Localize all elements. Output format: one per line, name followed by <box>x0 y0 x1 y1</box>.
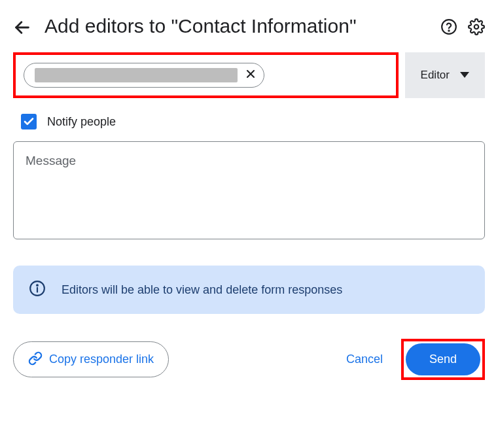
info-icon <box>29 280 46 300</box>
copy-responder-link-button[interactable]: Copy responder link <box>13 341 169 377</box>
person-chip[interactable] <box>24 63 264 88</box>
notify-people-label: Notify people <box>47 115 116 129</box>
remove-chip-icon[interactable] <box>244 67 257 83</box>
copy-link-label: Copy responder link <box>49 353 154 366</box>
svg-point-2 <box>448 30 449 31</box>
cancel-button[interactable]: Cancel <box>334 343 395 375</box>
message-placeholder: Message <box>26 154 76 167</box>
info-banner-text: Editors will be able to view and delete … <box>62 283 342 297</box>
link-icon <box>28 351 43 368</box>
dialog-title: Add editors to "Contact Information" <box>44 13 427 39</box>
send-button[interactable]: Send <box>406 343 480 375</box>
svg-marker-6 <box>460 72 469 78</box>
message-textarea[interactable]: Message <box>13 141 485 239</box>
info-banner: Editors will be able to view and delete … <box>13 266 485 314</box>
gear-icon[interactable] <box>468 18 485 38</box>
svg-point-9 <box>37 284 38 286</box>
people-input-area[interactable] <box>13 52 399 98</box>
back-arrow-icon[interactable] <box>13 18 31 39</box>
chevron-down-icon <box>460 69 469 82</box>
svg-point-3 <box>474 25 479 29</box>
chip-email-redacted <box>35 68 238 82</box>
notify-people-checkbox[interactable] <box>21 114 37 129</box>
role-dropdown-label: Editor <box>421 69 450 82</box>
help-icon[interactable] <box>440 18 457 38</box>
role-dropdown[interactable]: Editor <box>405 52 485 98</box>
